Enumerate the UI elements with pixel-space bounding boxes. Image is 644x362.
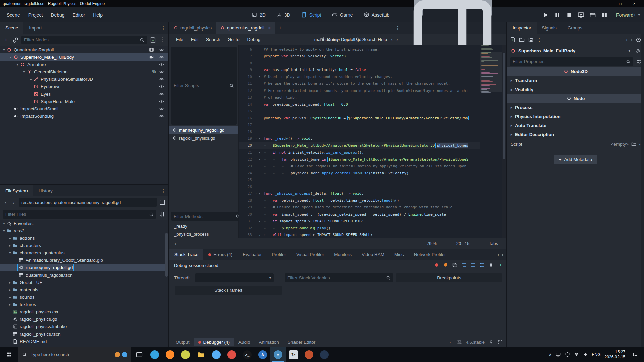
chrome-taskbar-button[interactable]	[209, 347, 224, 362]
category-process[interactable]: ▸Process	[507, 103, 644, 112]
collapse-side-panel-button[interactable]: ‹	[175, 241, 176, 246]
inkscape-taskbar-button[interactable]	[301, 347, 317, 362]
visibility-toggle-icon[interactable]	[159, 62, 164, 67]
grid-button[interactable]	[601, 12, 608, 18]
listnum-icon[interactable]	[479, 262, 485, 268]
shield-icon[interactable]	[565, 352, 570, 357]
file-ragdoll-physics-lmbake[interactable]: ragdoll_physics.lmbake	[0, 323, 168, 330]
property-filter-options-icon[interactable]	[636, 59, 641, 64]
resource-menu-button[interactable]: ⋮	[537, 37, 542, 42]
notification-center-button[interactable]	[629, 352, 641, 357]
scene-tab-quaternius-ragdoll[interactable]: quaternius_ragdoll×	[216, 22, 275, 34]
code-line-16[interactable]: 16@onready var pelvis: PhysicalBone3D = …	[239, 115, 480, 122]
new-resource-icon[interactable]	[510, 37, 516, 43]
scene-dock-menu-button[interactable]: ⋮	[159, 37, 166, 43]
bottom-tab-shader-editor[interactable]: Shader Editor	[283, 337, 320, 347]
code-line-23[interactable]: 23»»»# Give the ragdoll an initial motio…	[239, 163, 480, 170]
code-line-22[interactable]: 22▾»»for physical_bone in $Superhero_Mal…	[239, 156, 480, 163]
menu-project[interactable]: Project	[24, 10, 47, 20]
expand-bottom-panel-icon[interactable]	[498, 340, 503, 345]
code-line-15[interactable]: 15	[239, 108, 480, 115]
code-line-30[interactable]: 30»var impact_speed := (previous_pelvis_…	[239, 211, 480, 218]
file-characters[interactable]: ▸characters	[0, 242, 168, 249]
current-path-input[interactable]	[21, 200, 154, 205]
stop-button[interactable]	[566, 12, 573, 18]
visibility-toggle-icon[interactable]	[159, 69, 164, 74]
code-line-11[interactable]: 11# We use the pelvis bone as it's close…	[239, 80, 480, 87]
file-ragdoll-physics-gd[interactable]: ragdoll_physics.gd	[0, 315, 168, 323]
new-scene-tab-button[interactable]: +	[275, 22, 285, 34]
file-sounds[interactable]: ▸sounds	[0, 293, 168, 301]
filter-properties-input[interactable]	[513, 59, 623, 64]
pause-button[interactable]	[554, 12, 561, 18]
tab-signals[interactable]: Signals	[537, 22, 562, 34]
scene-node-eyebrows[interactable]: Eyebrows	[0, 83, 168, 90]
volume-icon[interactable]	[583, 352, 588, 357]
inspected-node-row[interactable]: Superhero_Male_FullBody ▾	[507, 46, 644, 56]
method-physics-process[interactable]: _physics_process	[169, 230, 238, 238]
bottom-tab-debugger-4[interactable]: Debugger (4)	[194, 338, 234, 346]
code-line-12[interactable]: 12# For more detailed impact sounds, you…	[239, 87, 480, 94]
filter-files-box[interactable]	[3, 210, 156, 219]
debugger-tab-misc[interactable]: Misc	[389, 249, 409, 260]
load-resource-icon[interactable]	[519, 37, 525, 43]
indent-type[interactable]: Tabs	[489, 241, 498, 246]
debugger-tab-network-profiler[interactable]: Network Profiler	[409, 249, 451, 260]
bottom-panel-menu-button[interactable]: ⋮	[448, 340, 453, 345]
code-line-14[interactable]: 14var previous_pelvis_speed: float = 0.0	[239, 101, 480, 108]
visibility-toggle-icon[interactable]	[159, 55, 164, 60]
visibility-toggle-icon[interactable]	[159, 77, 164, 82]
film-icon[interactable]	[149, 47, 154, 52]
filter-files-input[interactable]	[5, 212, 146, 217]
filter-nodes-box[interactable]	[21, 36, 147, 44]
inspector-history-forward[interactable]: ›	[631, 37, 632, 42]
copy-icon[interactable]	[452, 262, 458, 268]
tab-filesystem[interactable]: FileSystem	[0, 185, 33, 196]
file-textures[interactable]: ▸textures	[0, 301, 168, 308]
script-item-mannequiny-ragdoll-gd[interactable]: mannequiny_ragdoll.gd	[169, 126, 238, 134]
record-icon[interactable]	[434, 262, 439, 268]
version-label[interactable]: 4.6.stable	[466, 340, 485, 345]
script-menu-search[interactable]: Search	[203, 35, 224, 44]
tab-inspector[interactable]: Inspector	[507, 22, 537, 34]
script-property-row[interactable]: Script <empty> ▾	[507, 139, 644, 149]
script-history-forward-button[interactable]: ›	[397, 37, 398, 42]
file-animationlibrary-godot-standard-glb[interactable]: AnimationLibrary_Godot_Standard.glb	[0, 256, 168, 264]
code-line-10[interactable]: 10▾# Used to play an impact sound on sud…	[239, 73, 480, 80]
scene-node-superhero-male-fullbody[interactable]: ▾Superhero_Male_FullBody	[0, 53, 168, 61]
menu-debug[interactable]: Debug	[47, 10, 68, 20]
workspace-2d[interactable]: 2D	[247, 10, 270, 20]
category-physics-interpolation[interactable]: ▸Physics Interpolation	[507, 112, 644, 121]
code-line-7[interactable]: 7@export var initial_velocity: Vector3	[239, 53, 480, 60]
file-characters-quaternius[interactable]: ▾characters_quaternius	[0, 249, 168, 256]
scene-node-impactsoundsmall[interactable]: ImpactSoundSmall	[0, 105, 168, 112]
visibility-toggle-icon[interactable]	[159, 47, 164, 52]
filter-methods-box[interactable]	[171, 212, 243, 221]
debugger-tab-video-ram[interactable]: Video RAM	[357, 249, 389, 260]
renderer-select[interactable]: Forward+▾	[616, 12, 640, 18]
debugger-tab-evaluator[interactable]: Evaluator	[237, 249, 267, 260]
scene-node-impactsoundbig[interactable]: ImpactSoundBig	[0, 112, 168, 120]
file-godot-ue[interactable]: ▸Godot - UE	[0, 279, 168, 286]
explorer-taskbar-button[interactable]	[193, 347, 209, 362]
code-line-20[interactable]: 20»$Superhero_Male_FullBody/Armature/Gen…	[239, 142, 480, 149]
play-button[interactable]	[542, 12, 549, 18]
code-line-6[interactable]: 6## The velocity to apply on the first p…	[239, 46, 480, 53]
script-menu-debug[interactable]: Debug	[244, 35, 264, 44]
code-line-31[interactable]: 31▾»if impact_speed > IMPACT_SOUND_SPEED…	[239, 218, 480, 225]
bottom-tab-audio[interactable]: Audio	[234, 337, 255, 347]
filesystem-scrollbar[interactable]	[165, 233, 168, 277]
debugger-tab-errors-4[interactable]: Errors (4)	[203, 249, 237, 260]
code-line-24[interactable]: 24»»»physical_bone.apply_central_impulse…	[239, 170, 480, 177]
visibility-toggle-icon[interactable]	[159, 84, 164, 89]
code-line-27[interactable]: 27→▾func _physics_process(_delta: float)…	[239, 190, 480, 197]
tray-chevron-icon[interactable]: ∧	[549, 352, 552, 357]
wifi-icon[interactable]	[574, 352, 579, 357]
script-menu-go-to[interactable]: Go To	[224, 35, 243, 44]
thread-select[interactable]: ▾	[195, 273, 274, 282]
debugger-tabs-scroll-right[interactable]: ›	[502, 252, 503, 257]
steam-taskbar-button[interactable]	[317, 347, 332, 362]
file-addons[interactable]: ▸addons	[0, 234, 168, 242]
code-line-28[interactable]: 28»var pelvis_speed: float = pelvis.line…	[239, 197, 480, 204]
file-res[interactable]: ▾res://	[0, 227, 168, 234]
